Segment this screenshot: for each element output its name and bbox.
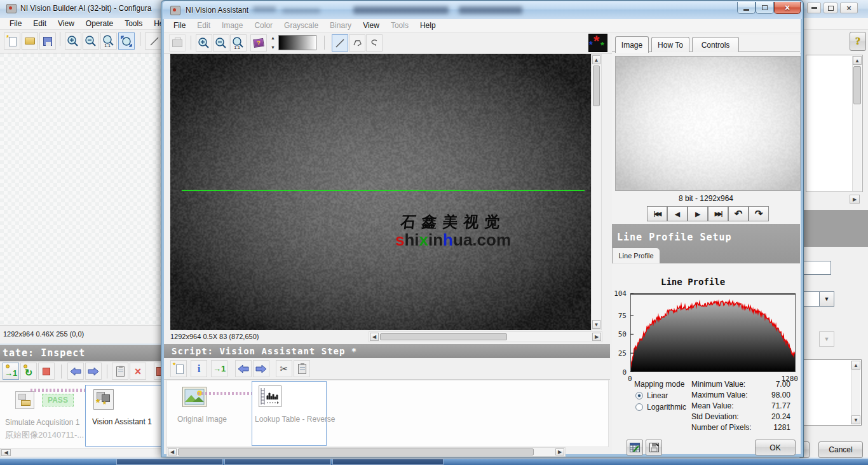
right-panel-scroll-right-button[interactable]: ▶ (850, 195, 860, 204)
builder-close-button[interactable]: × (840, 3, 858, 13)
roi-line[interactable] (182, 190, 585, 191)
zoom-out-button[interactable] (83, 32, 99, 50)
builder-menu-operate[interactable]: Operate (80, 18, 119, 29)
ok-button[interactable]: OK (755, 440, 796, 455)
script-canvas[interactable]: Original Image Lookup Table - Reverse (166, 380, 609, 447)
radio-icon[interactable] (635, 403, 643, 411)
image-hscrollbar[interactable]: ◀ ▶ (369, 331, 602, 342)
new-file-button[interactable]: * (4, 32, 20, 50)
builder-menu-file[interactable]: File (4, 18, 27, 29)
bulb-icon (24, 364, 27, 368)
tab-controls[interactable]: Controls (692, 37, 739, 52)
polygon-tool-button[interactable] (349, 34, 365, 52)
builder-help-button[interactable]: ? (850, 32, 866, 51)
new-script-button[interactable]: * (170, 360, 187, 377)
tab-image[interactable]: Image (615, 36, 649, 53)
run-once-button[interactable]: →1 (211, 360, 227, 377)
step-back-button[interactable] (235, 360, 252, 377)
scroll-right-button[interactable]: ▶ (592, 333, 601, 341)
image-vscrollbar[interactable]: ▲ ▼ (591, 54, 602, 330)
builder-menu-edit[interactable]: Edit (27, 18, 52, 29)
nav-first-button[interactable]: |◀◀ (647, 206, 667, 221)
builder-menu-view[interactable]: View (52, 18, 80, 29)
save-button[interactable] (39, 32, 56, 50)
assistant-minimize-button[interactable] (737, 2, 756, 14)
builder-steps-hscrollbar[interactable]: ◀ (0, 448, 163, 457)
builder-paste-button[interactable] (112, 363, 128, 380)
zoom-one-to-one-button[interactable]: 1:1 (100, 32, 117, 50)
scroll-up-button[interactable]: ▲ (853, 56, 862, 65)
statistics-block: Minimum Value:7.00Maximum Value:98.00Mea… (691, 379, 790, 433)
builder-delete-button[interactable]: × (130, 363, 146, 380)
builder-menu-tools[interactable]: Tools (119, 18, 148, 29)
assistant-menu-view[interactable]: View (357, 20, 385, 31)
save-data-button[interactable] (646, 440, 662, 455)
builder-listbox[interactable]: ▲ ▼ (797, 359, 862, 426)
step-simulate-acquisition[interactable]: PASS Simulate Acquisition 1 原始图像20140711… (5, 386, 81, 445)
nav-last-button[interactable]: ▶▶| (708, 206, 728, 221)
zoom-in-button[interactable] (65, 32, 81, 50)
nav-next-button[interactable]: ▶ (688, 206, 708, 221)
preview-image[interactable] (615, 56, 801, 191)
taskbar-button[interactable] (224, 459, 331, 465)
acquired-image[interactable] (170, 54, 591, 330)
scroll-left-button[interactable]: ◀ (168, 448, 177, 455)
tab-how-to[interactable]: How To (651, 37, 689, 52)
step-forward-button[interactable] (253, 360, 269, 377)
builder-back-button[interactable] (67, 363, 84, 380)
scroll-up-button[interactable]: ▲ (592, 55, 600, 64)
tab-line-profile[interactable]: Line Profile (612, 247, 660, 263)
builder-forward-button[interactable] (85, 363, 102, 380)
cancel-button[interactable]: Cancel (818, 441, 863, 458)
nav-prev-button[interactable]: ◀ (667, 206, 688, 221)
assistant-titlebar[interactable]: NI Vision Assistant (163, 1, 802, 19)
watermark-url-part: in (428, 230, 443, 249)
listbox-vscrollbar[interactable]: ▲ ▼ (851, 361, 860, 424)
freehand-tool-button[interactable] (366, 34, 383, 52)
script-hscrollbar[interactable]: ◀ ▶ (166, 447, 566, 457)
scroll-left-button[interactable]: ◀ (1, 449, 11, 456)
assistant-maximize-button[interactable] (756, 2, 774, 14)
run-inspection-loop-button[interactable]: ↻ (20, 363, 37, 380)
taskbar-button[interactable] (116, 459, 223, 465)
taskbar-button[interactable] (332, 459, 444, 465)
radio-icon[interactable] (635, 392, 643, 399)
scroll-up-button[interactable]: ▲ (851, 361, 860, 370)
paste-step-button[interactable] (294, 360, 310, 377)
line-tool-button[interactable] (332, 34, 348, 52)
undo-button[interactable]: ↶ (728, 206, 749, 221)
radio-option-linear[interactable]: Linear (634, 390, 693, 401)
image-viewer[interactable]: 石鑫美视觉 shixinhua.com (170, 54, 591, 330)
zoom-fit-button[interactable] (118, 32, 135, 50)
scroll-right-button[interactable]: ▶ (555, 448, 564, 455)
zoom-in-button[interactable] (196, 34, 212, 52)
zoom-one-to-one-button[interactable]: 1:1 (230, 34, 247, 52)
palette-gradient-strip[interactable] (278, 35, 316, 50)
builder-restore-button[interactable] (824, 3, 837, 13)
taskbar[interactable] (0, 459, 868, 465)
assistant-menu-help[interactable]: Help (414, 20, 442, 31)
step-vision-assistant[interactable]: * * Vision Assistant 1 (85, 385, 163, 447)
builder-image-viewer[interactable] (0, 53, 163, 326)
scroll-down-button[interactable]: ▼ (851, 415, 860, 424)
scroll-down-button[interactable]: ▼ (592, 320, 600, 329)
assistant-menu-file[interactable]: File (168, 20, 191, 31)
open-file-button[interactable] (22, 32, 38, 50)
run-inspection-once-button[interactable]: →1 (3, 363, 19, 380)
palette-spinner[interactable]: ▲ ▼ (271, 36, 278, 50)
radio-option-logarithmic[interactable]: Logarithmic (634, 401, 693, 413)
zoom-out-button[interactable] (213, 34, 229, 52)
export-table-button[interactable] (627, 440, 643, 455)
cut-step-button[interactable]: ✂ (276, 360, 292, 377)
scroll-left-button[interactable]: ◀ (370, 333, 379, 341)
builder-minimize-button[interactable] (807, 3, 821, 13)
assistant-close-button[interactable]: × (774, 2, 801, 14)
right-panel-vscrollbar[interactable]: ▲ (852, 56, 862, 191)
help-book-button[interactable]: ? (250, 34, 267, 52)
step-info-button[interactable]: i (191, 360, 207, 377)
redo-button[interactable]: ↷ (749, 206, 769, 221)
zoom-out-icon (85, 35, 97, 48)
stop-inspection-button[interactable] (38, 363, 55, 380)
script-step-lookup-table[interactable]: Lookup Table - Reverse (252, 381, 327, 446)
builder-combo-dropdown-button[interactable]: ▼ (819, 291, 834, 307)
